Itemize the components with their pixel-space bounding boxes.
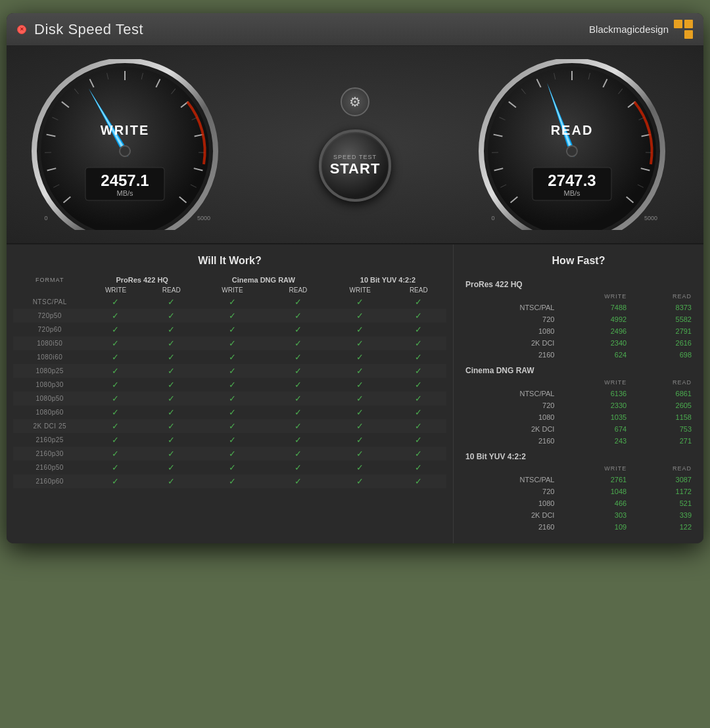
check-cell: ✓	[391, 323, 446, 336]
row-label: 1080	[460, 497, 559, 509]
will-table-row: 2160p25✓✓✓✓✓✓	[13, 433, 446, 447]
check-cell: ✓	[86, 309, 145, 323]
svg-text:READ: READ	[551, 123, 594, 137]
check-cell: ✓	[329, 378, 391, 392]
brand-square-4	[684, 30, 693, 39]
svg-text:5000: 5000	[197, 215, 210, 221]
format-cell: 1080i60	[13, 350, 86, 364]
check-cell: ✓	[198, 336, 267, 350]
check-cell: ✓	[145, 350, 198, 364]
will-table-row: NTSC/PAL✓✓✓✓✓✓	[13, 295, 446, 309]
will-table-row: 2160p30✓✓✓✓✓✓	[13, 447, 446, 461]
group-name: ProRes 422 HQ	[460, 275, 697, 291]
format-cell: 1080i50	[13, 336, 86, 350]
read-val: 271	[632, 435, 697, 447]
check-cell: ✓	[145, 433, 198, 447]
group-name: 10 Bit YUV 4:2:2	[460, 447, 697, 463]
check-cell: ✓	[86, 336, 145, 350]
check-cell: ✓	[329, 323, 391, 336]
write-val: 1048	[559, 486, 632, 497]
col-label	[460, 377, 559, 388]
row-label: NTSC/PAL	[460, 302, 559, 313]
fast-data-row: 2K DCI23402616	[460, 337, 697, 349]
prores-header: ProRes 422 HQ	[86, 275, 197, 285]
check-cell: ✓	[267, 378, 329, 392]
brand-icon	[674, 20, 693, 39]
col-write-h: WRITE	[559, 377, 632, 388]
start-button[interactable]: SPEED TEST START	[319, 129, 391, 202]
fast-header-row: WRITEREAD	[460, 377, 697, 388]
check-cell: ✓	[198, 419, 267, 433]
fast-header-row: WRITEREAD	[460, 291, 697, 302]
brand-logo: Blackmagicdesign	[589, 20, 693, 39]
fast-data-row: NTSC/PAL27613087	[460, 474, 697, 486]
fast-data-row: NTSC/PAL74888373	[460, 302, 697, 313]
fast-group-row: 10 Bit YUV 4:2:2	[460, 447, 697, 463]
check-cell: ✓	[329, 364, 391, 378]
read-val: 2616	[632, 337, 697, 349]
check-cell: ✓	[198, 295, 267, 309]
will-table-row: 1080p50✓✓✓✓✓✓	[13, 392, 446, 405]
fast-data-row: 108024962791	[460, 325, 697, 337]
check-cell: ✓	[267, 447, 329, 461]
brand-name: Blackmagicdesign	[589, 24, 669, 35]
brand-square-3	[674, 30, 682, 39]
check-cell: ✓	[145, 336, 198, 350]
center-controls: ⚙ SPEED TEST START	[319, 87, 391, 202]
check-cell: ✓	[86, 419, 145, 433]
check-cell: ✓	[329, 405, 391, 419]
check-cell: ✓	[86, 433, 145, 447]
fast-header-row: WRITEREAD	[460, 463, 697, 474]
fast-data-row: 72023302605	[460, 399, 697, 411]
check-cell: ✓	[267, 350, 329, 364]
check-cell: ✓	[391, 433, 446, 447]
check-cell: ✓	[86, 350, 145, 364]
check-cell: ✓	[267, 419, 329, 433]
check-cell: ✓	[145, 309, 198, 323]
settings-button[interactable]: ⚙	[341, 87, 369, 116]
write-gauge: WRITE 2457.1 MB/s 0 5000	[26, 59, 237, 230]
write-val: 466	[559, 497, 632, 509]
check-cell: ✓	[198, 405, 267, 419]
how-fast-panel: How Fast? ProRes 422 HQWRITEREADNTSC/PAL…	[454, 244, 703, 543]
check-cell: ✓	[267, 461, 329, 474]
col-yuv-read: READ	[391, 285, 446, 295]
write-val: 6136	[559, 388, 632, 399]
fast-data-row: 108010351158	[460, 411, 697, 423]
read-val: 5582	[632, 313, 697, 325]
check-cell: ✓	[86, 323, 145, 336]
fast-group-row: Cinema DNG RAW	[460, 361, 697, 377]
fast-group-row: ProRes 422 HQ	[460, 275, 697, 291]
write-val: 109	[559, 521, 632, 533]
row-label: 720	[460, 486, 559, 497]
fast-data-row: 2160624698	[460, 349, 697, 361]
check-cell: ✓	[198, 461, 267, 474]
will-it-work-table: FORMAT ProRes 422 HQ Cinema DNG RAW 10 B…	[13, 275, 446, 488]
check-cell: ✓	[329, 419, 391, 433]
check-cell: ✓	[267, 336, 329, 350]
write-val: 4992	[559, 313, 632, 325]
check-cell: ✓	[198, 447, 267, 461]
check-cell: ✓	[86, 378, 145, 392]
write-gauge-svg: WRITE 2457.1 MB/s 0 5000	[26, 59, 224, 230]
write-val: 2761	[559, 474, 632, 486]
row-label: 720	[460, 313, 559, 325]
read-val: 1172	[632, 486, 697, 497]
row-label: 2160	[460, 435, 559, 447]
how-fast-table: ProRes 422 HQWRITEREADNTSC/PAL7488837372…	[460, 275, 697, 533]
format-cell: 1080p50	[13, 392, 86, 405]
format-cell: 720p50	[13, 309, 86, 323]
read-val: 521	[632, 497, 697, 509]
will-table-row: 1080p30✓✓✓✓✓✓	[13, 378, 446, 392]
will-table-row: 2160p50✓✓✓✓✓✓	[13, 461, 446, 474]
svg-text:2457.1: 2457.1	[101, 171, 149, 189]
read-val: 6861	[632, 388, 697, 399]
col-read-h: READ	[632, 463, 697, 474]
will-table-row: 1080i50✓✓✓✓✓✓	[13, 336, 446, 350]
read-val: 2791	[632, 325, 697, 337]
row-label: 1080	[460, 325, 559, 337]
how-fast-title: How Fast?	[460, 255, 697, 267]
check-cell: ✓	[329, 350, 391, 364]
close-button[interactable]: ✕	[17, 25, 26, 34]
row-label: 2K DCI	[460, 423, 559, 435]
